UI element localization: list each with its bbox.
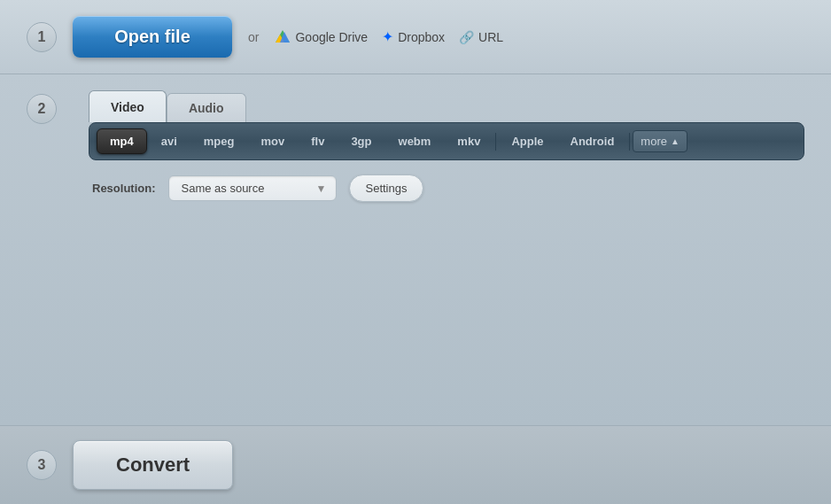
resolution-row: Resolution: Same as source ▼ Settings: [89, 174, 804, 202]
format-apple[interactable]: Apple: [499, 129, 555, 153]
resolution-dropdown-arrow: ▼: [316, 182, 327, 195]
format-mp4[interactable]: mp4: [97, 128, 147, 154]
google-drive-icon: [275, 29, 291, 45]
step-3-circle: 3: [27, 450, 57, 480]
section-3: 3 Convert: [0, 426, 831, 504]
format-android[interactable]: Android: [558, 129, 627, 153]
dropbox-icon: ✦: [382, 28, 393, 45]
format-flv[interactable]: flv: [299, 129, 337, 153]
convert-button[interactable]: Convert: [73, 440, 233, 490]
format-bar: mp4 avi mpeg mov flv 3gp webm mkv Apple …: [89, 122, 804, 160]
dropbox-link[interactable]: ✦ Dropbox: [382, 28, 445, 45]
tab-video[interactable]: Video: [89, 90, 167, 122]
format-avi[interactable]: avi: [149, 129, 190, 153]
step-2-circle: 2: [27, 94, 57, 124]
format-3gp[interactable]: 3gp: [338, 129, 384, 153]
format-webm[interactable]: webm: [386, 129, 444, 153]
link-icon: 🔗: [459, 30, 474, 44]
format-divider-2: [629, 133, 630, 151]
open-file-button[interactable]: Open file: [73, 16, 232, 58]
cloud-links: Google Drive ✦ Dropbox 🔗 URL: [275, 28, 503, 45]
format-mov[interactable]: mov: [248, 129, 297, 153]
tab-audio[interactable]: Audio: [167, 93, 246, 122]
step-1-circle: 1: [27, 22, 57, 52]
resolution-label: Resolution:: [92, 182, 156, 195]
or-label: or: [248, 30, 259, 44]
more-chevron-icon: ▲: [671, 136, 680, 146]
format-more-button[interactable]: more ▲: [633, 130, 687, 152]
app-container: 1 Open file or Google Drive ✦ Dropbox 🔗: [0, 0, 831, 504]
format-mkv[interactable]: mkv: [445, 129, 493, 153]
section-2: 2 Video Audio mp4 avi mpeg mov: [0, 74, 831, 426]
format-divider: [495, 133, 496, 151]
section-1: 1 Open file or Google Drive ✦ Dropbox 🔗: [0, 0, 831, 74]
resolution-select[interactable]: Same as source ▼: [168, 175, 337, 201]
format-panel: Video Audio mp4 avi mpeg mov flv 3gp web…: [89, 90, 804, 202]
tab-row: Video Audio: [89, 90, 804, 122]
url-link[interactable]: 🔗 URL: [459, 30, 503, 44]
settings-button[interactable]: Settings: [349, 174, 424, 202]
format-mpeg[interactable]: mpeg: [191, 129, 247, 153]
google-drive-link[interactable]: Google Drive: [275, 29, 368, 45]
